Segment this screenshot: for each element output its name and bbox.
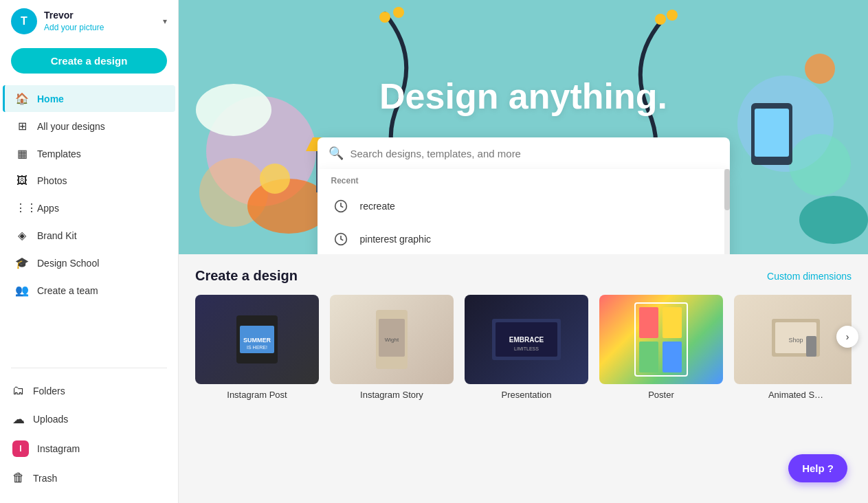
card-label: Instagram Story [330, 390, 454, 400]
team-icon: 👥 [15, 284, 29, 297]
svg-rect-34 [639, 307, 658, 338]
svg-point-9 [393, 7, 404, 18]
photo-icon: 🖼 [15, 175, 29, 187]
svg-rect-41 [806, 336, 816, 357]
design-cards-row: SUMMER IS HERE! Instagram Post Wight [195, 295, 852, 400]
custom-dimensions-link[interactable]: Custom dimensions [767, 271, 852, 282]
sidebar-item-trash[interactable]: 🗑 Trash [0, 464, 178, 492]
sidebar-item-label: Photos [37, 175, 67, 186]
svg-point-3 [260, 164, 290, 194]
instagram-icon: I [12, 440, 29, 457]
content-section: Create a design Custom dimensions SUMMER… [179, 254, 868, 414]
card-label: Instagram Post [195, 390, 319, 400]
user-name: Trevor [44, 10, 156, 21]
svg-rect-13 [755, 109, 789, 157]
chevron-down-icon[interactable]: ▾ [163, 16, 167, 26]
recent-item-recreate[interactable]: recreate [318, 190, 730, 223]
search-icon: 🔍 [329, 146, 344, 161]
create-design-title: Create a design [195, 268, 298, 284]
svg-point-8 [379, 12, 390, 23]
design-card-instagram-story[interactable]: Wight Instagram Story [330, 295, 454, 400]
create-design-section-header: Create a design Custom dimensions [195, 268, 852, 284]
sidebar-item-design-school[interactable]: 🎓 Design School [3, 249, 175, 276]
apps-icon: ⋮⋮ [15, 201, 29, 214]
add-picture-link[interactable]: Add your picture [44, 23, 104, 32]
main-content-area: Design anything. 🔍 Recent [179, 0, 868, 503]
sidebar-item-brand[interactable]: ◈ Brand Kit [3, 222, 175, 249]
sidebar-item-instagram[interactable]: I Instagram [0, 434, 178, 464]
avatar: T [11, 8, 37, 34]
card-thumb-instagram-post: SUMMER IS HERE! [195, 295, 319, 384]
folder-icon: 🗂 [12, 383, 25, 398]
svg-rect-37 [663, 342, 682, 372]
card-label: Presentation [465, 390, 588, 400]
hero-title: Design anything. [379, 76, 667, 117]
uploads-label: Uploads [33, 414, 68, 425]
card-thumb-animated: Shop [734, 295, 852, 384]
svg-rect-35 [663, 307, 682, 338]
main-inner: Design anything. 🔍 Recent [179, 0, 868, 414]
recent-label: Recent [318, 169, 730, 190]
sidebar-item-label: Brand Kit [37, 230, 77, 241]
sidebar-item-folders[interactable]: 🗂 Folders [0, 377, 178, 405]
sidebar-item-photos[interactable]: 🖼 Photos [3, 168, 175, 194]
sidebar-item-label: Create a team [37, 285, 98, 296]
sidebar-item-uploads[interactable]: ☁ Uploads [0, 405, 178, 434]
design-card-presentation[interactable]: EMBRACE LIMITLESS Presentation [465, 295, 588, 400]
design-card-poster[interactable]: Poster [599, 295, 723, 400]
svg-point-6 [196, 84, 271, 136]
svg-point-16 [667, 10, 678, 21]
svg-point-18 [799, 196, 868, 244]
home-icon: 🏠 [15, 92, 29, 105]
sidebar-item-label: Home [37, 93, 64, 104]
sidebar-item-label: All your designs [37, 121, 105, 132]
svg-point-15 [655, 14, 666, 25]
grid-icon: ⊞ [15, 120, 29, 133]
scrollbar[interactable] [724, 169, 730, 254]
trash-icon: 🗑 [12, 471, 25, 485]
card-label: Poster [599, 390, 723, 400]
clock-icon [331, 197, 350, 216]
sidebar-nav: 🏠 Home ⊞ All your designs ▦ Templates 🖼 … [0, 85, 178, 359]
svg-text:Shop: Shop [788, 337, 803, 344]
sidebar-item-label: Templates [37, 148, 81, 159]
svg-rect-36 [639, 342, 658, 372]
sidebar-item-apps[interactable]: ⋮⋮ Apps [3, 194, 175, 221]
brand-icon: ◈ [15, 229, 29, 242]
sidebar-item-home[interactable]: 🏠 Home [3, 85, 175, 112]
help-button[interactable]: Help ? [788, 454, 847, 482]
recent-item-label: pinterest graphic [360, 234, 432, 245]
sidebar-item-label: Design School [37, 258, 99, 269]
search-box: 🔍 [318, 137, 730, 169]
sidebar: T Trevor Add your picture ▾ Create a des… [0, 0, 179, 503]
search-wrapper: 🔍 Recent recreate [318, 137, 730, 254]
school-icon: 🎓 [15, 256, 29, 269]
design-card-animated[interactable]: Shop Animated S… [734, 295, 852, 400]
upload-icon: ☁ [12, 412, 25, 427]
svg-text:LIMITLESS: LIMITLESS [514, 346, 539, 351]
template-icon: ▦ [15, 147, 29, 160]
user-info: Trevor Add your picture [44, 10, 156, 33]
sidebar-item-create-team[interactable]: 👥 Create a team [3, 277, 175, 304]
svg-point-11 [789, 134, 851, 196]
svg-text:EMBRACE: EMBRACE [509, 336, 544, 344]
scrollbar-thumb[interactable] [724, 169, 730, 210]
create-design-button[interactable]: Create a design [11, 48, 167, 74]
search-dropdown: Recent recreate [318, 169, 730, 254]
card-thumb-presentation: EMBRACE LIMITLESS [465, 295, 588, 384]
instagram-label: Instagram [37, 443, 80, 454]
sidebar-item-all-designs[interactable]: ⊞ All your designs [3, 113, 175, 139]
sidebar-item-templates[interactable]: ▦ Templates [3, 140, 175, 167]
svg-text:Wight: Wight [385, 337, 399, 343]
search-input[interactable] [350, 148, 719, 159]
card-thumb-instagram-story: Wight [330, 295, 454, 384]
card-label: Animated S… [734, 390, 852, 400]
svg-text:IS HERE!: IS HERE! [247, 345, 267, 350]
design-card-instagram-post[interactable]: SUMMER IS HERE! Instagram Post [195, 295, 319, 400]
trash-label: Trash [33, 473, 57, 484]
recent-item-pinterest[interactable]: pinterest graphic [318, 223, 730, 254]
recent-item-label: recreate [360, 201, 395, 212]
card-thumb-poster [599, 295, 723, 384]
user-profile-header[interactable]: T Trevor Add your picture ▾ [0, 0, 178, 43]
carousel-next-button[interactable]: › [836, 326, 858, 348]
